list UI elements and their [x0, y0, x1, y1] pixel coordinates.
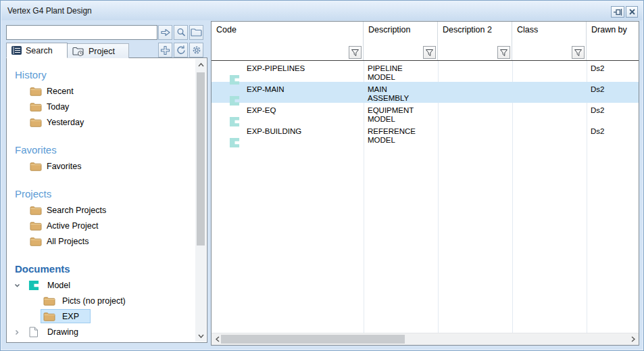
tree-item-label: Search Projects	[47, 206, 106, 215]
chevron-down-icon[interactable]	[14, 282, 21, 289]
filter-button[interactable]	[423, 46, 436, 59]
column-label: Drawn by	[591, 25, 627, 34]
tree-item-label: Today	[47, 102, 69, 112]
model-light-icon	[229, 74, 240, 85]
cell-code: EXP-BUILDING	[247, 127, 301, 135]
cell-class	[512, 103, 587, 124]
tree-vertical-scrollbar[interactable]	[195, 59, 206, 342]
tree-item-label: Model	[47, 281, 70, 290]
cell-code: EXP-MAIN	[247, 85, 284, 93]
settings-icon	[191, 45, 202, 55]
filter-icon	[425, 49, 434, 57]
model-light-icon	[229, 95, 240, 106]
model-light-icon	[229, 116, 240, 127]
folder-icon	[30, 161, 42, 171]
navigation-panel: SearchProject HistoryRecentTodayYesterda…	[5, 21, 209, 344]
tree-item-label: Recent	[47, 87, 74, 96]
column-label: Code	[216, 25, 237, 34]
table-row[interactable]: EXP-BUILDINGREFERENCE MODELDs2	[212, 124, 639, 145]
tree-item-picts-no-project-[interactable]: Picts (no project)	[7, 294, 195, 309]
table-horizontal-scrollbar[interactable]	[212, 333, 639, 345]
tab-project[interactable]: Project	[68, 43, 129, 58]
table-header: CodeDescriptionDescription 2ClassDrawn b…	[212, 22, 639, 61]
pin-icon	[613, 8, 622, 16]
folder-icon	[30, 86, 42, 96]
pin-window-button[interactable]	[611, 6, 624, 18]
add-button[interactable]	[158, 43, 172, 57]
refresh-icon	[176, 45, 187, 55]
search-tab-icon	[11, 46, 22, 55]
column-header-drawn-by[interactable]: Drawn by	[587, 22, 639, 60]
column-label: Description	[368, 25, 411, 34]
search-button[interactable]	[174, 25, 188, 40]
tree-item-exp[interactable]: EXP	[7, 309, 195, 325]
folder-icon	[30, 220, 42, 231]
column-header-code[interactable]: Code	[212, 22, 364, 60]
folder-icon	[43, 296, 55, 306]
cell-class	[512, 124, 587, 145]
table-row[interactable]: EXP-MAINMAIN ASSEMBLYDs2	[212, 82, 639, 103]
tree-item-today[interactable]: Today	[7, 99, 195, 115]
tree-item-model[interactable]: Model	[7, 278, 195, 294]
cell-description: EQUIPMENT MODEL	[364, 103, 438, 124]
scroll-up-icon[interactable]	[195, 59, 206, 70]
section-header: Documents	[7, 262, 195, 278]
settings-button[interactable]	[189, 43, 203, 57]
section-header: Favorites	[7, 143, 195, 159]
cell-description-2	[438, 103, 512, 124]
filter-icon	[499, 49, 508, 57]
cell-drawn-by: Ds2	[587, 82, 639, 103]
panel-tabs: SearchProject	[6, 43, 129, 58]
folder-icon	[30, 101, 42, 112]
scrollbar-thumb[interactable]	[197, 72, 205, 245]
column-header-description-2[interactable]: Description 2	[438, 22, 512, 60]
go-button[interactable]	[158, 25, 172, 40]
open-folder-icon	[191, 28, 202, 37]
table-row[interactable]: EXP-EQEQUIPMENT MODELDs2	[212, 103, 639, 124]
column-header-description[interactable]: Description	[364, 22, 438, 60]
search-input[interactable]	[6, 25, 157, 40]
cell-class	[512, 61, 587, 82]
add-icon	[160, 45, 170, 55]
app-window: Vertex G4 Plant Design SearchProject His…	[0, 0, 644, 351]
column-header-class[interactable]: Class	[512, 22, 587, 60]
close-icon	[628, 8, 636, 16]
cell-drawn-by: Ds2	[587, 124, 639, 145]
cell-class	[512, 82, 587, 103]
chevron-right-icon[interactable]	[14, 329, 20, 336]
refresh-button[interactable]	[174, 43, 188, 57]
cell-description: PIPELINE MODEL	[364, 61, 438, 82]
tree-item-all-projects[interactable]: All Projects	[7, 234, 195, 250]
tree-item-label: Favorites	[47, 162, 81, 171]
scrollbar-thumb[interactable]	[221, 335, 405, 344]
folder-icon	[30, 117, 42, 127]
project-tab-icon	[72, 46, 84, 56]
tree-item-active-project[interactable]: Active Project	[7, 218, 195, 234]
tree-item-label: Drawing	[47, 327, 78, 337]
filter-icon	[351, 49, 360, 57]
close-window-button[interactable]	[626, 6, 638, 18]
cell-description-2	[438, 124, 512, 145]
filter-button[interactable]	[572, 46, 585, 59]
tree-item-label: Picts (no project)	[62, 296, 126, 306]
tree-item-favorites[interactable]: Favorites	[7, 159, 195, 174]
table-row[interactable]: EXP-PIPELINESPIPELINE MODELDs2	[212, 61, 639, 82]
title-bar[interactable]: Vertex G4 Plant Design	[1, 1, 643, 20]
tab-search[interactable]: Search	[6, 43, 68, 58]
tree-item-label: Active Project	[47, 221, 98, 231]
cell-drawn-by: Ds2	[587, 61, 639, 82]
tree-item-search-projects[interactable]: Search Projects	[7, 203, 195, 218]
filter-button[interactable]	[349, 46, 362, 59]
drawing-icon	[28, 327, 39, 337]
tree-item-drawing[interactable]: Drawing	[7, 325, 195, 340]
scroll-down-icon[interactable]	[195, 330, 206, 342]
filter-button[interactable]	[497, 46, 510, 59]
scroll-right-icon[interactable]	[627, 333, 639, 345]
tree-item-yesterday[interactable]: Yesterday	[7, 115, 195, 131]
tree-section-documents: DocumentsModelPicts (no project)EXPDrawi…	[7, 262, 195, 340]
folder-icon	[30, 236, 42, 246]
tab-label: Project	[89, 47, 115, 56]
open-folder-button[interactable]	[189, 25, 203, 40]
tree-item-recent[interactable]: Recent	[7, 84, 195, 99]
cell-description-2	[438, 82, 512, 103]
